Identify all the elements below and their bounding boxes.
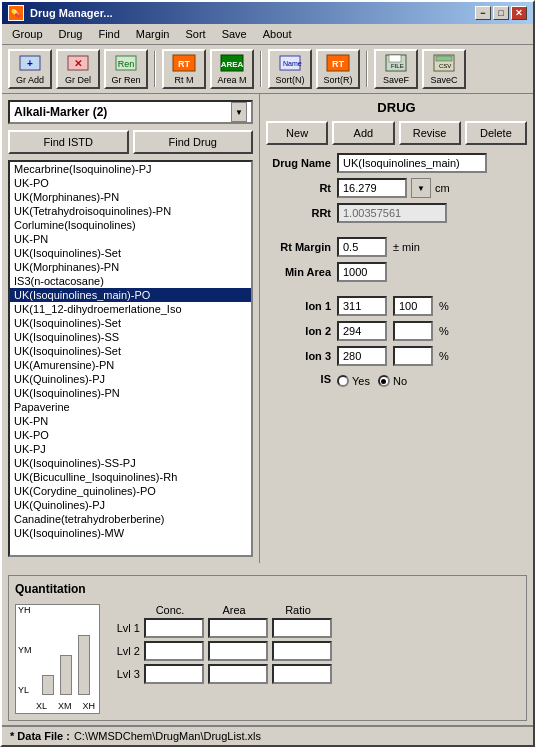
rt-margin-input[interactable]	[337, 237, 387, 257]
ion2-value-input[interactable]	[337, 321, 387, 341]
list-item[interactable]: UK(Quinolines)-PJ	[10, 372, 251, 386]
ion2-unit: %	[439, 325, 449, 337]
close-button[interactable]: ✕	[511, 6, 527, 20]
list-item[interactable]: UK(Isoquinolines)-PN	[10, 386, 251, 400]
list-item[interactable]: UK(Bicuculline_Isoquinolines)-Rh	[10, 470, 251, 484]
minimize-button[interactable]: −	[475, 6, 491, 20]
list-item[interactable]: UK(Quinolines)-PJ	[10, 498, 251, 512]
save-f-button[interactable]: FILE SaveF	[374, 49, 418, 89]
ion1-label: Ion 1	[266, 300, 331, 312]
drug-list[interactable]: Mecarbrine(Isoquinoline)-PJUK-POUK(Morph…	[8, 160, 253, 557]
save-c-button[interactable]: CSV SaveC	[422, 49, 466, 89]
list-item[interactable]: UK(Isoquinolines_main)-PO	[10, 288, 251, 302]
quantitation-title: Quantitation	[15, 582, 520, 596]
list-item[interactable]: UK(Isoquinolines)-Set	[10, 246, 251, 260]
drug-name-input[interactable]	[337, 153, 487, 173]
list-item[interactable]: Mecarbrine(Isoquinoline)-PJ	[10, 162, 251, 176]
list-item[interactable]: UK(Corydine_quinolines)-PO	[10, 484, 251, 498]
menu-margin[interactable]: Margin	[130, 26, 176, 42]
list-item[interactable]: UK-PO	[10, 428, 251, 442]
rt-input[interactable]	[337, 178, 407, 198]
ion3-row: Ion 3 %	[266, 346, 527, 366]
find-drug-button[interactable]: Find Drug	[133, 130, 254, 154]
gr-ren-button[interactable]: Ren Gr Ren	[104, 49, 148, 89]
list-item[interactable]: UK(Isoquinolines)-MW	[10, 526, 251, 540]
lvl1-ratio-input[interactable]	[272, 618, 332, 638]
is-no-option[interactable]: No	[378, 375, 407, 387]
menu-about[interactable]: About	[257, 26, 298, 42]
drug-name-row: Drug Name	[266, 153, 527, 173]
chart-ym-label: YM	[18, 645, 32, 655]
add-button[interactable]: Add	[332, 121, 394, 145]
lvl2-area-input[interactable]	[208, 641, 268, 661]
gr-ren-icon: Ren	[114, 53, 138, 73]
lvl3-area-input[interactable]	[208, 664, 268, 684]
menu-save[interactable]: Save	[216, 26, 253, 42]
list-item[interactable]: UK(Isoquinolines)-Set	[10, 344, 251, 358]
ion3-value-input[interactable]	[337, 346, 387, 366]
list-item[interactable]: UK(Isoquinolines)-Set	[10, 316, 251, 330]
menu-group[interactable]: Group	[6, 26, 49, 42]
chart-yl-label: YL	[18, 685, 32, 695]
menu-find[interactable]: Find	[92, 26, 125, 42]
gr-ren-label: Gr Ren	[111, 75, 140, 85]
ion1-value-input[interactable]	[337, 296, 387, 316]
area-m-button[interactable]: AREA Area M	[210, 49, 254, 89]
list-item[interactable]: Canadine(tetrahydroberberine)	[10, 512, 251, 526]
sort-n-button[interactable]: Name Sort(N)	[268, 49, 312, 89]
ion2-pct-input[interactable]	[393, 321, 433, 341]
list-item[interactable]: UK(Morphinanes)-PN	[10, 190, 251, 204]
dropdown-arrow-icon: ▼	[231, 102, 247, 122]
menu-sort[interactable]: Sort	[179, 26, 211, 42]
list-item[interactable]: UK(Morphinanes)-PN	[10, 260, 251, 274]
lvl2-conc-input[interactable]	[144, 641, 204, 661]
ion1-pct-input[interactable]	[393, 296, 433, 316]
quantitation-section: Quantitation YH YM YL	[8, 575, 527, 721]
list-item[interactable]: UK(Tetrahydroisoquinolines)-PN	[10, 204, 251, 218]
list-item[interactable]: IS3(n-octacosane)	[10, 274, 251, 288]
chart-bar-2	[60, 655, 72, 695]
lvl3-ratio-input[interactable]	[272, 664, 332, 684]
chart-y-labels: YH YM YL	[18, 605, 32, 695]
find-istd-button[interactable]: Find ISTD	[8, 130, 129, 154]
rt-dropdown-arrow[interactable]: ▼	[411, 178, 431, 198]
min-area-input[interactable]	[337, 262, 387, 282]
ion3-pct-input[interactable]	[393, 346, 433, 366]
rrt-input[interactable]	[337, 203, 447, 223]
chart-xm-label: XM	[58, 701, 72, 711]
list-item[interactable]: UK(Amurensine)-PN	[10, 358, 251, 372]
gr-add-button[interactable]: + Gr Add	[8, 49, 52, 89]
is-no-radio[interactable]	[378, 375, 390, 387]
min-area-label: Min Area	[266, 266, 331, 278]
lvl1-conc-input[interactable]	[144, 618, 204, 638]
sort-n-label: Sort(N)	[276, 75, 305, 85]
maximize-button[interactable]: □	[493, 6, 509, 20]
is-yes-option[interactable]: Yes	[337, 375, 370, 387]
list-item[interactable]: UK-PN	[10, 414, 251, 428]
gr-del-button[interactable]: ✕ Gr Del	[56, 49, 100, 89]
new-button[interactable]: New	[266, 121, 328, 145]
group-dropdown[interactable]: Alkali-Marker (2) ▼	[8, 100, 253, 124]
action-buttons: New Add Revise Delete	[266, 121, 527, 145]
lvl1-area-input[interactable]	[208, 618, 268, 638]
is-yes-radio[interactable]	[337, 375, 349, 387]
delete-button[interactable]: Delete	[465, 121, 527, 145]
revise-button[interactable]: Revise	[399, 121, 461, 145]
list-item[interactable]: UK-PJ	[10, 442, 251, 456]
menu-drug[interactable]: Drug	[53, 26, 89, 42]
lvl3-conc-input[interactable]	[144, 664, 204, 684]
gr-del-label: Gr Del	[65, 75, 91, 85]
list-item[interactable]: UK(Isoquinolines)-SS	[10, 330, 251, 344]
lvl2-ratio-input[interactable]	[272, 641, 332, 661]
rt-m-button[interactable]: RT Rt M	[162, 49, 206, 89]
separator-1	[154, 51, 156, 87]
list-item[interactable]: Papaverine	[10, 400, 251, 414]
chart-xl-label: XL	[36, 701, 47, 711]
drug-fields: Drug Name Rt ▼ cm RRt	[266, 153, 527, 387]
list-item[interactable]: UK-PN	[10, 232, 251, 246]
sort-r-button[interactable]: RT Sort(R)	[316, 49, 360, 89]
list-item[interactable]: UK(Isoquinolines)-SS-PJ	[10, 456, 251, 470]
list-item[interactable]: UK-PO	[10, 176, 251, 190]
list-item[interactable]: UK(11_12-dihydroemerlatione_Iso	[10, 302, 251, 316]
list-item[interactable]: Corlumine(Isoquinolines)	[10, 218, 251, 232]
